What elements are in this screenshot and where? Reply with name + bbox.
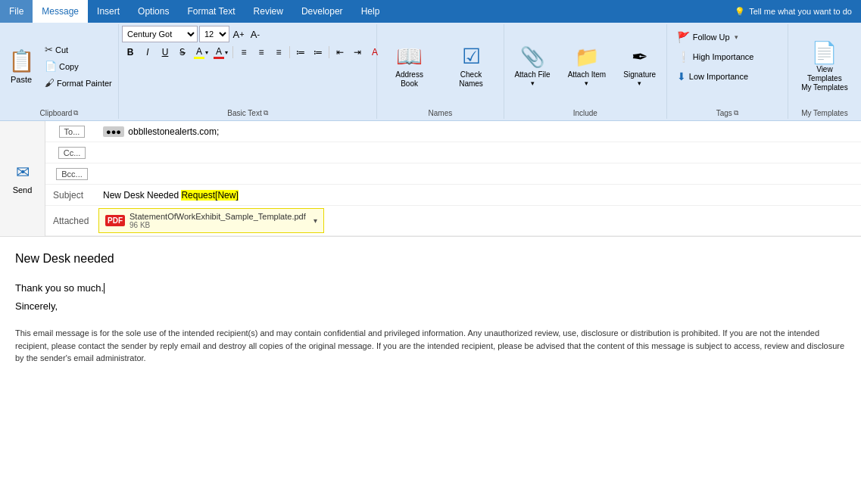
email-compose-area: ✉ Send To... ●●● obbllestonealerts.com; … [0,121,861,504]
cc-row: Cc... [45,142,861,163]
to-label: To... [59,126,86,138]
check-names-icon: ☑ [462,44,481,69]
attach-file-button[interactable]: 📎 Attach File ▾ [507,42,557,91]
increase-font-button[interactable]: A+ [231,26,246,42]
send-button-area: ✉ Send [0,121,45,236]
attach-file-icon: 📎 [520,45,544,69]
menu-insert[interactable]: Insert [88,0,129,23]
follow-up-button[interactable]: 🚩 Follow Up ▾ [673,29,758,45]
low-importance-label: Low Importance [689,72,748,81]
attach-item-button[interactable]: 📁 Attach Item ▾ [560,42,613,91]
basic-text-group-label: Basic Text [227,109,261,117]
body-line2: Sincerely, [15,299,846,315]
bcc-label: Bcc... [56,168,88,180]
to-row: To... ●●● obbllestonealerts.com; [45,121,861,142]
clipboard-group-label: Clipboard [40,109,73,117]
attach-item-label: Attach Item ▾ [566,70,608,87]
to-value: obbllestonealerts.com; [128,126,219,137]
check-names-button[interactable]: ☑ Check Names [441,40,501,92]
font-row: Century Got 12 A+ A- [122,26,263,42]
font-color-button[interactable]: A ▾ [211,44,230,61]
basic-text-expand-icon[interactable]: ⧉ [264,109,268,117]
bcc-input[interactable] [98,166,861,182]
increase-indent-button[interactable]: ⇥ [349,44,366,61]
subject-input[interactable]: New Desk Needed Request[New] [98,187,861,204]
low-importance-button[interactable]: ⬇ Low Importance [673,68,758,85]
address-book-button[interactable]: 📖 Address Book [380,40,438,92]
highlight-button[interactable]: A ▾ [192,44,211,61]
align-right-button[interactable]: ≡ [270,44,287,61]
clipboard-expand-icon[interactable]: ⧉ [73,109,78,117]
subject-row: Subject New Desk Needed Request[New] [45,185,861,206]
ribbon-group-names: 📖 Address Book ☑ Check Names Names [377,24,504,119]
to-input[interactable]: ●●● obbllestonealerts.com; [98,123,861,140]
address-book-label: Address Book [387,70,432,89]
email-header: ✉ Send To... ●●● obbllestonealerts.com; … [0,121,861,237]
font-size-select[interactable]: 12 [199,26,229,42]
menu-file[interactable]: File [0,0,33,23]
menu-review[interactable]: Review [245,0,292,23]
bullet-list-button[interactable]: ≔ [292,44,309,61]
font-family-select[interactable]: Century Got [122,26,198,42]
lightbulb-icon: 💡 [735,7,745,17]
ribbon-group-my-templates: 📄 View Templates My Templates My Templat… [788,24,861,119]
tell-me-box[interactable]: 💡 Tell me what you want to do [725,3,861,20]
menu-options[interactable]: Options [129,0,178,23]
attachment-item[interactable]: PDF StatementOfWorkExhibit_Sample_Templa… [98,208,324,233]
to-button[interactable]: To... [45,126,98,138]
body-heading: New Desk needed [15,249,846,269]
tags-group-label: Tags [716,109,732,117]
tell-me-text: Tell me what you want to do [749,7,852,16]
attached-row: Attached PDF StatementOfWorkExhibit_Samp… [45,206,861,236]
cut-button[interactable]: ✂ Cut [41,42,116,58]
format-painter-icon: 🖌 [45,77,55,89]
strikethrough-button[interactable]: S̶ [174,44,191,61]
format-painter-button[interactable]: 🖌 Format Painter [41,75,116,91]
high-importance-icon: ❕ [677,51,690,63]
ribbon-group-tags: 🚩 Follow Up ▾ ❕ High Importance ⬇ Low Im… [667,24,788,119]
bcc-button[interactable]: Bcc... [45,168,98,180]
subject-text-before: New Desk Needed [103,190,181,201]
menu-message[interactable]: Message [33,0,88,23]
format-row: B I U S̶ A ▾ A ▾ [122,44,383,61]
send-button[interactable]: ✉ Send [0,121,45,236]
bcc-row: Bcc... [45,163,861,185]
cc-label: Cc... [58,147,86,159]
numbered-list-button[interactable]: ≔ [310,44,326,61]
align-left-button[interactable]: ≡ [236,44,252,61]
subject-label-text: Subject [45,190,98,201]
align-center-button[interactable]: ≡ [253,44,270,61]
view-templates-label: View Templates My Templates [800,65,850,92]
decrease-font-button[interactable]: A- [248,26,263,42]
email-body[interactable]: New Desk needed Thank you so much. Since… [0,237,861,504]
paste-button[interactable]: 📋 Paste [3,26,39,107]
copy-button[interactable]: 📄 Copy [41,58,116,74]
signature-button[interactable]: ✒ Signature ▾ [616,42,663,91]
cc-button[interactable]: Cc... [45,147,98,159]
menu-format-text[interactable]: Format Text [178,0,244,23]
high-importance-button[interactable]: ❕ High Importance [673,48,758,65]
follow-up-label: Follow Up [693,33,730,42]
tags-expand-icon[interactable]: ⧉ [734,109,738,117]
address-book-icon: 📖 [396,44,423,69]
paste-label: Paste [11,75,32,84]
underline-button[interactable]: U [157,44,173,61]
decrease-indent-button[interactable]: ⇤ [332,44,348,61]
view-templates-button[interactable]: 📄 View Templates My Templates [791,36,858,96]
attachment-size: 96 KB [129,221,306,229]
format-painter-label: Format Painter [57,79,112,88]
attachment-info: StatementOfWorkExhibit_Sample_Template.p… [129,212,306,229]
clipboard-small-buttons: ✂ Cut 📄 Copy 🖌 Format Painter [41,26,116,107]
view-templates-icon: 📄 [811,40,838,65]
cut-icon: ✂ [45,44,53,55]
send-label: Send [13,185,33,194]
menu-bar: File Message Insert Options Format Text … [0,0,861,23]
italic-button[interactable]: I [139,44,156,61]
email-fields: To... ●●● obbllestonealerts.com; Cc... B… [45,121,861,236]
menu-developer[interactable]: Developer [292,0,352,23]
bold-button[interactable]: B [122,44,139,61]
attachment-dropdown-icon[interactable]: ▾ [314,216,317,225]
cc-input[interactable] [98,145,861,161]
menu-help[interactable]: Help [352,0,389,23]
ribbon: 📋 Paste ✂ Cut 📄 Copy 🖌 Format Painter [0,23,861,121]
